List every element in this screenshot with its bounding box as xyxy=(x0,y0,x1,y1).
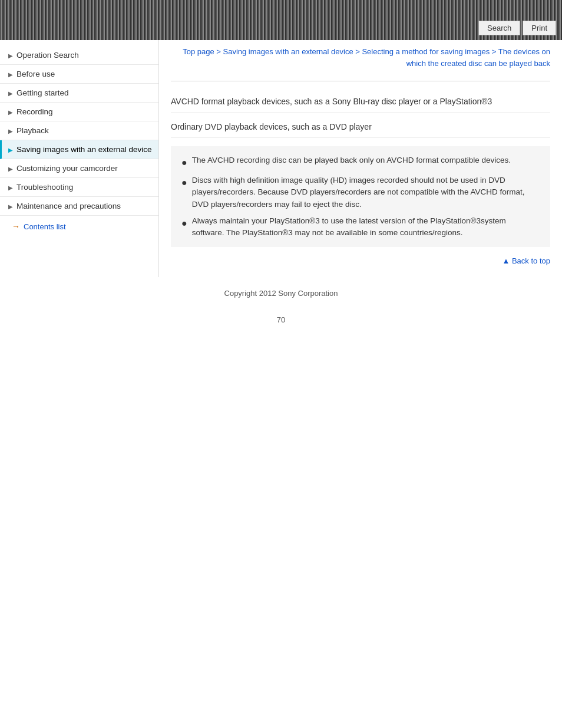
breadcrumb-separator: > xyxy=(214,47,223,56)
note-text: Discs with high definition image quality… xyxy=(192,174,540,210)
chevron-right-icon: ▶ xyxy=(8,52,13,59)
breadcrumb-link-0[interactable]: Top page xyxy=(183,47,214,56)
sidebar-item-maintenance[interactable]: ▶Maintenance and precautions xyxy=(0,197,158,216)
header-buttons: Search Print xyxy=(478,21,556,35)
chevron-right-icon: ▶ xyxy=(8,185,13,191)
back-to-top: ▲ Back to top xyxy=(171,256,550,265)
bullet-icon: ● xyxy=(181,156,187,170)
print-button[interactable]: Print xyxy=(523,21,556,35)
sidebar-item-label: Customizing your camcorder xyxy=(16,164,118,173)
sidebar-item-label: Recording xyxy=(16,107,53,116)
contents-list-link[interactable]: → Contents list xyxy=(0,216,158,237)
sidebar-item-customizing[interactable]: ▶Customizing your camcorder xyxy=(0,159,158,178)
sidebar-item-label: Troubleshooting xyxy=(16,183,73,192)
sidebar-item-operation-search[interactable]: ▶Operation Search xyxy=(0,46,158,65)
breadcrumb-link-2[interactable]: Saving images with an external device xyxy=(223,47,353,56)
arrow-right-icon: → xyxy=(12,222,20,231)
chevron-right-icon: ▶ xyxy=(8,128,13,134)
sidebar-item-label: Getting started xyxy=(16,88,69,97)
sidebar-item-playback[interactable]: ▶Playback xyxy=(0,121,158,140)
sidebar-item-getting-started[interactable]: ▶Getting started xyxy=(0,84,158,103)
note-item-2: ●Always maintain your PlayStation®3 to u… xyxy=(181,215,540,239)
breadcrumb-link-4[interactable]: Selecting a method for saving images xyxy=(362,47,490,56)
copyright-text: Copyright 2012 Sony Corporation xyxy=(224,289,338,298)
sidebar-item-label: Playback xyxy=(16,126,49,135)
chevron-right-icon: ▶ xyxy=(8,203,13,210)
notes-box: ●The AVCHD recording disc can be played … xyxy=(171,146,550,247)
main-container: ▶Operation Search▶Before use▶Getting sta… xyxy=(0,40,562,277)
dvd-text: Ordinary DVD playback devices, such as a… xyxy=(171,122,372,131)
sidebar-item-before-use[interactable]: ▶Before use xyxy=(0,65,158,84)
sidebar-item-saving-images[interactable]: ▶Saving images with an external device xyxy=(0,140,158,159)
search-button[interactable]: Search xyxy=(478,21,520,35)
sidebar-item-troubleshooting[interactable]: ▶Troubleshooting xyxy=(0,178,158,197)
bullet-icon: ● xyxy=(181,176,187,190)
sidebar-item-recording[interactable]: ▶Recording xyxy=(0,103,158,121)
note-text: Always maintain your PlayStation®3 to us… xyxy=(192,215,540,239)
note-text: The AVCHD recording disc can be played b… xyxy=(192,154,511,166)
copyright: Copyright 2012 Sony Corporation xyxy=(0,289,562,309)
chevron-right-icon: ▶ xyxy=(8,166,13,172)
dvd-row: Ordinary DVD playback devices, such as a… xyxy=(171,116,550,138)
divider xyxy=(171,81,550,81)
chevron-right-icon: ▶ xyxy=(8,147,13,153)
sidebar-item-label: Operation Search xyxy=(16,51,79,60)
breadcrumb: Top page > Saving images with an externa… xyxy=(171,46,550,69)
content-area: Top page > Saving images with an externa… xyxy=(159,40,562,277)
notes-list: ●The AVCHD recording disc can be played … xyxy=(181,154,540,239)
bullet-icon: ● xyxy=(181,216,187,230)
sidebar: ▶Operation Search▶Before use▶Getting sta… xyxy=(0,40,159,277)
chevron-right-icon: ▶ xyxy=(8,71,13,78)
chevron-right-icon: ▶ xyxy=(8,109,13,116)
page-number: 70 xyxy=(0,315,562,324)
avchd-row: AVCHD format playback devices, such as a… xyxy=(171,91,550,113)
note-item-1: ●Discs with high definition image qualit… xyxy=(181,174,540,210)
breadcrumb-separator: > xyxy=(490,47,498,56)
sidebar-item-label: Before use xyxy=(16,70,55,78)
header-bar: Search Print xyxy=(0,0,562,40)
avchd-text: AVCHD format playback devices, such as a… xyxy=(171,97,492,106)
contents-list-label: Contents list xyxy=(24,222,66,231)
chevron-right-icon: ▶ xyxy=(8,90,13,97)
breadcrumb-separator: > xyxy=(353,47,362,56)
sidebar-item-label: Maintenance and precautions xyxy=(16,202,121,210)
sidebar-item-label: Saving images with an external device xyxy=(16,145,152,154)
note-item-0: ●The AVCHD recording disc can be played … xyxy=(181,154,540,170)
back-to-top-link[interactable]: ▲ Back to top xyxy=(502,256,550,265)
page-number-text: 70 xyxy=(277,315,285,324)
